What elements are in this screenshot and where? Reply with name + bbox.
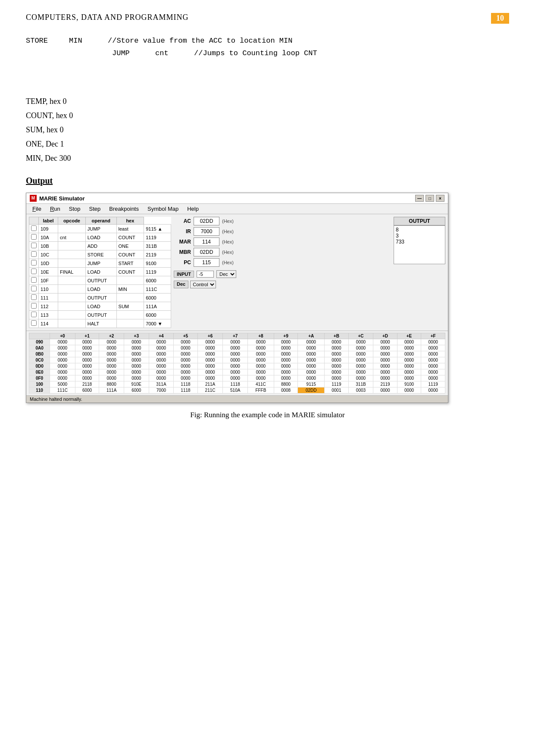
mem-cell[interactable]: 0000 <box>149 369 174 375</box>
mem-cell[interactable]: 0000 <box>348 351 373 357</box>
instruction-row[interactable]: 10D JUMP START 9100 <box>29 259 171 268</box>
mem-cell[interactable]: 0000 <box>124 357 149 363</box>
mem-cell[interactable]: 9115 <box>298 381 325 387</box>
mem-cell[interactable]: 0000 <box>348 345 373 351</box>
mem-cell[interactable]: 0000 <box>50 351 75 357</box>
mem-cell[interactable]: 0000 <box>373 375 397 381</box>
mem-cell[interactable]: 1118 <box>174 387 198 394</box>
mem-cell[interactable]: 0000 <box>75 357 99 363</box>
mem-cell[interactable]: 0000 <box>75 345 99 351</box>
instruction-row[interactable]: 109 JUMP least 9115 ▲ <box>29 225 171 233</box>
instr-checkbox[interactable] <box>29 225 39 233</box>
mem-cell[interactable]: 0000 <box>124 339 149 345</box>
mem-cell[interactable]: 0000 <box>99 345 124 351</box>
mem-cell[interactable]: 0000 <box>274 375 298 381</box>
mem-cell[interactable]: 0000 <box>248 345 274 351</box>
mem-cell[interactable]: 0000 <box>50 357 75 363</box>
mem-cell[interactable]: 0000 <box>373 351 397 357</box>
mem-cell[interactable]: 0000 <box>373 363 397 369</box>
instr-checkbox[interactable] <box>29 250 39 259</box>
mem-cell[interactable]: 0008 <box>274 387 298 394</box>
mem-cell[interactable]: 0000 <box>397 351 421 357</box>
mem-cell[interactable]: 0000 <box>50 339 75 345</box>
mem-cell[interactable]: 0000 <box>197 375 223 381</box>
input-type-select[interactable]: Dec Hex <box>216 270 236 278</box>
mem-cell[interactable]: 0000 <box>421 345 445 351</box>
input-field[interactable] <box>197 271 214 278</box>
mem-cell[interactable]: 0000 <box>197 345 223 351</box>
mem-cell[interactable]: 0000 <box>99 339 124 345</box>
mem-cell[interactable]: 0000 <box>397 363 421 369</box>
mem-cell[interactable]: 0000 <box>197 363 223 369</box>
mem-cell[interactable]: 0000 <box>421 369 445 375</box>
mem-cell[interactable]: 0000 <box>274 363 298 369</box>
mem-cell[interactable]: 0000 <box>325 357 349 363</box>
mem-cell[interactable]: 0000 <box>373 345 397 351</box>
mem-cell[interactable]: 0000 <box>373 357 397 363</box>
instr-checkbox[interactable] <box>29 233 39 242</box>
mem-cell[interactable]: 0000 <box>174 345 198 351</box>
mem-cell[interactable]: 0000 <box>348 363 373 369</box>
mem-cell[interactable]: 0000 <box>348 375 373 381</box>
menu-help[interactable]: Help <box>183 205 203 213</box>
mem-cell[interactable]: 0000 <box>397 369 421 375</box>
mem-cell[interactable]: 8800 <box>99 381 124 387</box>
mem-cell[interactable]: 0000 <box>274 369 298 375</box>
menu-symbolmap[interactable]: Symbol Map <box>143 205 183 213</box>
menu-run[interactable]: Run <box>46 205 65 213</box>
mem-cell[interactable]: 0000 <box>325 351 349 357</box>
menu-step[interactable]: Step <box>85 205 105 213</box>
mem-cell[interactable]: 0000 <box>421 357 445 363</box>
mem-cell[interactable]: 0000 <box>174 369 198 375</box>
mem-cell[interactable]: 0000 <box>325 363 349 369</box>
mem-cell[interactable]: 6000 <box>75 387 99 394</box>
mem-cell[interactable]: 0000 <box>223 357 248 363</box>
instr-checkbox[interactable] <box>29 311 39 319</box>
mem-cell[interactable]: 0000 <box>248 375 274 381</box>
mem-cell[interactable]: 510A <box>223 387 248 394</box>
mem-cell[interactable]: FFFB <box>248 387 274 394</box>
mem-cell[interactable]: 0000 <box>174 357 198 363</box>
mem-cell[interactable]: 0000 <box>397 345 421 351</box>
mem-cell[interactable]: 0000 <box>421 375 445 381</box>
mem-cell[interactable]: 0000 <box>298 375 325 381</box>
minimize-btn[interactable]: — <box>415 195 424 202</box>
instruction-row[interactable]: 114 HALT 7000 ▼ <box>29 319 171 328</box>
mem-cell[interactable]: 0000 <box>174 339 198 345</box>
mem-cell[interactable]: 0000 <box>197 369 223 375</box>
mem-cell[interactable]: 211C <box>197 387 223 394</box>
close-btn[interactable]: × <box>436 195 444 202</box>
instr-checkbox[interactable] <box>29 285 39 294</box>
menu-file[interactable]: File <box>28 205 46 213</box>
instruction-row[interactable]: 10E FINAL LOAD COUNT 1119 <box>29 268 171 276</box>
mem-cell[interactable]: 0000 <box>325 369 349 375</box>
mem-cell[interactable]: 0000 <box>149 363 174 369</box>
mem-cell[interactable]: 0000 <box>99 357 124 363</box>
mem-cell[interactable]: 2119 <box>373 381 397 387</box>
mem-cell[interactable]: 0000 <box>298 363 325 369</box>
mem-cell[interactable]: 1119 <box>325 381 349 387</box>
mem-cell[interactable]: 0000 <box>174 375 198 381</box>
mem-cell[interactable]: 0000 <box>99 375 124 381</box>
menu-breakpoints[interactable]: Breakpoints <box>105 205 143 213</box>
mem-cell[interactable]: 0000 <box>274 339 298 345</box>
mem-cell[interactable]: 0000 <box>298 339 325 345</box>
mem-cell[interactable]: 0000 <box>248 369 274 375</box>
mem-cell[interactable]: 0000 <box>223 369 248 375</box>
mem-cell[interactable]: 0000 <box>174 351 198 357</box>
instruction-row[interactable]: 110 LOAD MIN 111C <box>29 285 171 294</box>
instruction-row[interactable]: 10B ADD ONE 311B <box>29 242 171 250</box>
instr-checkbox[interactable] <box>29 294 39 302</box>
mem-cell[interactable]: 0000 <box>397 375 421 381</box>
instruction-row[interactable]: 10C STORE COUNT 2119 <box>29 250 171 259</box>
instruction-row[interactable]: 10F OUTPUT 6000 <box>29 276 171 285</box>
mem-cell[interactable]: 0000 <box>373 339 397 345</box>
mem-cell[interactable]: 0000 <box>325 345 349 351</box>
mem-cell[interactable]: 0000 <box>50 345 75 351</box>
mem-cell[interactable]: 111C <box>50 387 75 394</box>
mem-cell[interactable]: 0000 <box>50 363 75 369</box>
mem-cell[interactable]: 0000 <box>75 375 99 381</box>
instruction-row[interactable]: 10A cnt LOAD COUNT 1119 <box>29 233 171 242</box>
mem-cell[interactable]: 0000 <box>149 351 174 357</box>
mem-cell[interactable]: 0000 <box>99 351 124 357</box>
